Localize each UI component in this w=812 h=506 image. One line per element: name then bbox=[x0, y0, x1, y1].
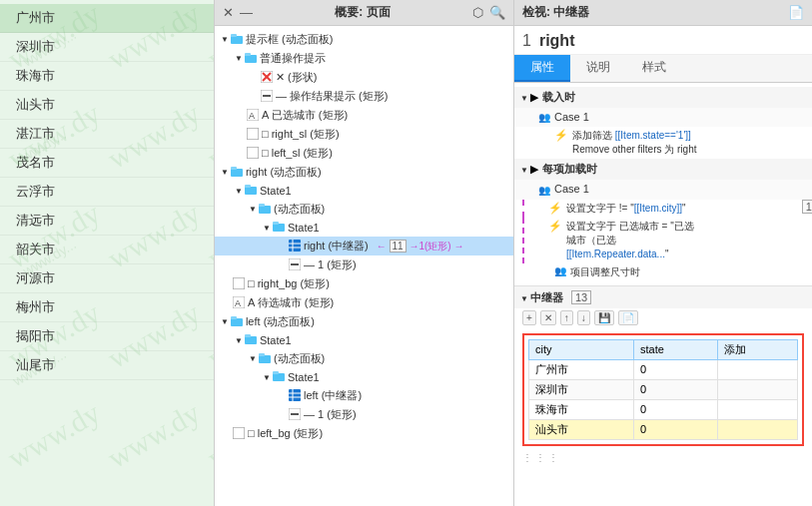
table-row-2[interactable]: 珠海市0 bbox=[529, 399, 798, 419]
city-item-湛江市[interactable]: 湛江市 bbox=[0, 120, 214, 149]
tab-properties[interactable]: 属性 bbox=[514, 55, 570, 82]
tree-item-8[interactable]: ▼State1 bbox=[215, 182, 513, 200]
tree-item-7[interactable]: ▼right (动态面板) bbox=[215, 163, 513, 182]
tree-item-0[interactable]: ▼提示框 (动态面板) bbox=[215, 30, 513, 49]
tree-label-7: right (动态面板) bbox=[246, 165, 322, 180]
component-name: right bbox=[539, 32, 575, 50]
cell-state-3[interactable]: 0 bbox=[633, 419, 717, 439]
city-item-韶关市[interactable]: 韶关市 bbox=[0, 236, 214, 264]
cell-add-1[interactable] bbox=[718, 379, 798, 399]
outline-panel: ✕ — 概要: 页面 ⬡ 🔍 ▼提示框 (动态面板)▼普通操作提示✕ (形状)—… bbox=[215, 0, 514, 506]
on-load-section-header[interactable]: ▶ 载入时 bbox=[514, 87, 812, 108]
expand-arrow-16: ▼ bbox=[235, 336, 243, 345]
rep-import-btn[interactable]: 💾 bbox=[594, 310, 614, 325]
rep-up-btn[interactable]: ↑ bbox=[560, 310, 573, 325]
rep-delete-btn[interactable]: ✕ bbox=[540, 310, 556, 325]
svg-rect-3 bbox=[245, 53, 251, 56]
each-load-section-header[interactable]: ▶ 每项加载时 bbox=[514, 159, 812, 180]
tab-notes[interactable]: 说明 bbox=[570, 55, 626, 82]
cell-add-0[interactable] bbox=[718, 359, 798, 379]
rep-down-btn[interactable]: ↓ bbox=[577, 310, 590, 325]
svg-text:A: A bbox=[235, 298, 241, 308]
table-row-0[interactable]: 广州市0 bbox=[529, 359, 798, 379]
annotation-11-inline: ← 11 →1(矩形) → bbox=[377, 240, 464, 253]
set-text-action-2: ⚡ 设置文字于 已选城市 = "已选城市（已选[[Item.Repeater.d… bbox=[522, 218, 812, 263]
city-item-汕头市[interactable]: 汕头市 bbox=[0, 91, 214, 120]
rep-export-btn[interactable]: 📄 bbox=[618, 310, 638, 325]
col-add: 添加 bbox=[718, 339, 798, 359]
set-text-1-text: 设置文字于 != "[[Item.city]]" bbox=[566, 202, 686, 216]
cell-add-3[interactable] bbox=[718, 419, 798, 439]
tree-item-10[interactable]: ▼State1 bbox=[215, 219, 513, 237]
table-row-1[interactable]: 深圳市0 bbox=[529, 379, 798, 399]
tree-item-12[interactable]: — 1 (矩形) bbox=[215, 255, 513, 274]
tree-item-20[interactable]: — 1 (矩形) bbox=[215, 405, 513, 424]
city-item-清远市[interactable]: 清远市 bbox=[0, 207, 214, 236]
tree-item-17[interactable]: ▼(动态面板) bbox=[215, 349, 513, 368]
tree-icon-9 bbox=[259, 203, 271, 217]
cell-state-2[interactable]: 0 bbox=[633, 399, 717, 419]
city-item-梅州市[interactable]: 梅州市 bbox=[0, 293, 214, 322]
svg-rect-44 bbox=[233, 427, 245, 439]
tree-item-21[interactable]: □ left_bg (矩形) bbox=[215, 424, 513, 443]
city-item-广州市[interactable]: 广州市 bbox=[0, 4, 214, 33]
minimize-icon[interactable]: — bbox=[240, 5, 253, 20]
data-table: city state 添加 广州市0深圳市0珠海市0汕头市0 bbox=[528, 339, 798, 440]
cell-city-0[interactable]: 广州市 bbox=[529, 359, 634, 379]
tree-label-10: State1 bbox=[288, 222, 320, 234]
filter-icon[interactable]: ⬡ bbox=[472, 5, 483, 20]
svg-rect-21 bbox=[289, 240, 301, 252]
inspector-new-icon[interactable]: 📄 bbox=[788, 5, 804, 20]
rep-add-btn[interactable]: + bbox=[522, 310, 536, 325]
tree-item-3[interactable]: — 操作结果提示 (矩形) bbox=[215, 87, 513, 106]
city-item-云浮市[interactable]: 云浮市 bbox=[0, 178, 214, 207]
repeater-section-header[interactable]: 中继器 13 bbox=[514, 285, 812, 308]
tree-icon-14: A bbox=[233, 296, 245, 310]
city-item-深圳市[interactable]: 深圳市 bbox=[0, 33, 214, 62]
table-row-3[interactable]: 汕头市0 bbox=[529, 419, 798, 439]
tree-item-2[interactable]: ✕ (形状) bbox=[215, 68, 513, 87]
tree-item-11[interactable]: right (中继器)← 11 →1(矩形) → bbox=[215, 237, 513, 255]
city-item-茂名市[interactable]: 茂名市 bbox=[0, 149, 214, 178]
tree-item-5[interactable]: □ right_sl (矩形) bbox=[215, 125, 513, 144]
tree-label-14: A 待选城市 (矩形) bbox=[248, 295, 334, 310]
tree-label-9: (动态面板) bbox=[274, 202, 325, 217]
tree-label-17: (动态面板) bbox=[274, 351, 325, 366]
svg-rect-36 bbox=[273, 373, 285, 381]
filter-action-text: 添加筛选 [[Item.state=='1']] Remove other fi… bbox=[572, 129, 697, 157]
city-item-汕尾市[interactable]: 汕尾市 bbox=[0, 351, 214, 380]
cell-add-2[interactable] bbox=[718, 399, 798, 419]
svg-rect-20 bbox=[273, 222, 279, 225]
tree-item-6[interactable]: □ left_sl (矩形) bbox=[215, 144, 513, 163]
cell-city-2[interactable]: 珠海市 bbox=[529, 399, 634, 419]
expand-arrow-18: ▼ bbox=[263, 373, 271, 382]
tree-icon-4: A bbox=[247, 109, 259, 123]
search-icon[interactable]: 🔍 bbox=[489, 5, 505, 20]
cell-city-1[interactable]: 深圳市 bbox=[529, 379, 634, 399]
tree-label-18: State1 bbox=[288, 371, 320, 383]
tree-icon-17 bbox=[259, 352, 271, 366]
close-icon[interactable]: ✕ bbox=[223, 5, 234, 20]
tree-item-13[interactable]: □ right_bg (矩形) bbox=[215, 274, 513, 293]
tree-item-15[interactable]: ▼left (动态面板) bbox=[215, 312, 513, 331]
tree-item-4[interactable]: AA 已选城市 (矩形) bbox=[215, 106, 513, 125]
cell-state-0[interactable]: 0 bbox=[633, 359, 717, 379]
tree-label-4: A 已选城市 (矩形) bbox=[262, 108, 348, 123]
city-item-河源市[interactable]: 河源市 bbox=[0, 264, 214, 293]
tree-item-16[interactable]: ▼State1 bbox=[215, 331, 513, 349]
tree-item-14[interactable]: AA 待选城市 (矩形) bbox=[215, 293, 513, 312]
tree-item-9[interactable]: ▼(动态面板) bbox=[215, 200, 513, 219]
tree-item-19[interactable]: left (中继器) bbox=[215, 386, 513, 405]
city-item-珠海市[interactable]: 珠海市 bbox=[0, 62, 214, 91]
tree-item-18[interactable]: ▼State1 bbox=[215, 368, 513, 386]
cell-city-3[interactable]: 汕头市 bbox=[529, 419, 634, 439]
cell-state-1[interactable]: 0 bbox=[633, 379, 717, 399]
tree-item-1[interactable]: ▼普通操作提示 bbox=[215, 49, 513, 68]
outline-title: 概要: 页面 bbox=[335, 4, 390, 21]
city-item-揭阳市[interactable]: 揭阳市 bbox=[0, 322, 214, 351]
svg-rect-33 bbox=[245, 334, 251, 337]
inspector-body: ▶ 载入时 👥 Case 1 ⚡ 添加筛选 [[Item.state=='1']… bbox=[514, 83, 812, 506]
inspector-panel: 检视: 中继器 📄 1 right 属性 说明 样式 ▶ 载入时 👥 Case … bbox=[514, 0, 812, 506]
tab-style[interactable]: 样式 bbox=[626, 55, 682, 82]
tree-label-3: — 操作结果提示 (矩形) bbox=[276, 89, 388, 104]
